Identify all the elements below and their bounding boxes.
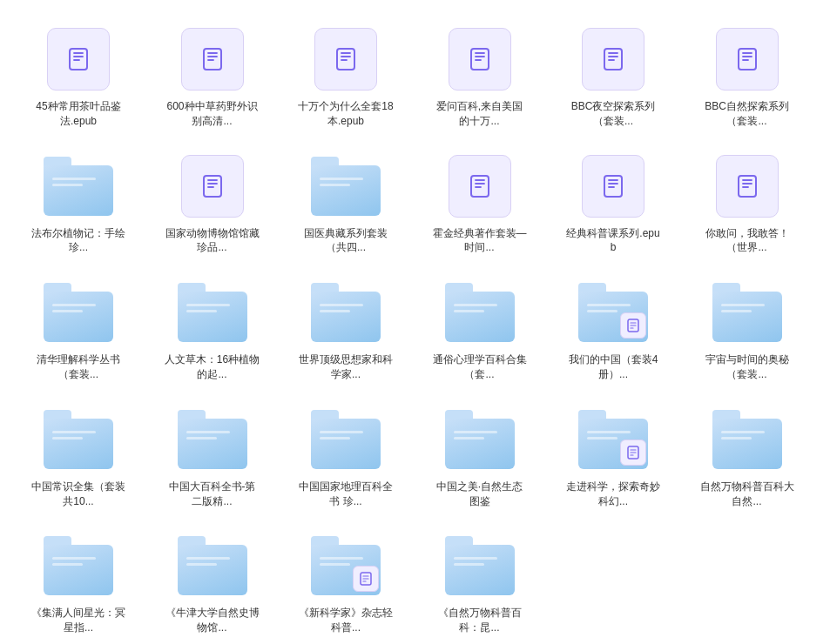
folder-icon (578, 410, 648, 469)
grid-item[interactable]: 宇宙与时间的奥秘（套装... (686, 271, 808, 389)
grid-item[interactable]: 经典科普课系列.epub (552, 144, 674, 263)
icon-container (44, 278, 113, 347)
folder-icon (178, 536, 247, 595)
grid-item[interactable]: 国家动物博物馆馆藏珍品... (152, 144, 273, 263)
icon-container (44, 405, 113, 474)
grid-item[interactable]: 走进科学，探索奇妙科幻... (552, 398, 674, 516)
item-label: 中国国家地理百科全书 珍... (298, 480, 394, 509)
grid-item[interactable]: 《自然万物科普百科：昆... (419, 524, 541, 642)
folder-icon (178, 283, 247, 342)
book-badge-icon (620, 312, 646, 339)
folder-icon (44, 283, 113, 342)
icon-container (44, 24, 113, 94)
item-label: 十万个为什么全套18本.epub (298, 99, 394, 129)
icon-container (578, 151, 648, 221)
grid-item[interactable]: 国医典藏系列套装（共四... (285, 144, 407, 263)
grid-item[interactable]: BBC夜空探索系列（套装... (552, 17, 674, 136)
icon-container (445, 278, 515, 347)
icon-container (578, 405, 648, 474)
book-icon (716, 155, 779, 218)
icon-container (178, 24, 247, 94)
file-grid: 45种常用茶叶品鉴法.epub 600种中草药野外识别高清... 十万个为什么全… (17, 17, 813, 642)
folder-icon (311, 536, 381, 595)
grid-item[interactable]: 600种中草药野外识别高清... (152, 17, 273, 136)
icon-container (712, 405, 782, 474)
grid-item[interactable]: 通俗心理学百科合集（套... (419, 271, 541, 389)
folder-icon (311, 410, 381, 469)
item-label: 清华理解科学丛书（套装... (30, 352, 126, 382)
item-label: 我们的中国（套装4册）... (565, 352, 661, 382)
icon-container (178, 531, 247, 600)
folder-icon (44, 157, 113, 216)
grid-item[interactable]: 《新科学家》杂志轻科普... (285, 524, 407, 642)
item-label: 600种中草药野外识别高清... (165, 99, 260, 129)
item-label: 中国常识全集（套装共10... (30, 480, 126, 509)
grid-item[interactable]: 清华理解科学丛书（套装... (17, 271, 139, 389)
folder-icon (311, 157, 381, 216)
folder-icon (44, 410, 113, 469)
icon-container (712, 278, 782, 347)
book-icon (582, 155, 644, 218)
item-label: 《自然万物科普百科：昆... (432, 606, 528, 635)
grid-item[interactable]: 霍金经典著作套装—时间... (419, 144, 541, 263)
icon-container (44, 151, 113, 221)
item-label: 中国之美·自然生态图鉴 (432, 480, 528, 509)
grid-item[interactable]: BBC自然探索系列（套装... (686, 17, 808, 136)
svg-rect-16 (604, 49, 622, 70)
grid-item[interactable]: 中国常识全集（套装共10... (17, 398, 139, 516)
item-label: 国家动物博物馆馆藏珍品... (165, 226, 260, 256)
item-label: 国医典藏系列套装（共四... (298, 226, 394, 256)
grid-item[interactable]: 人文草木：16种植物的起... (152, 271, 273, 389)
svg-rect-20 (739, 49, 756, 70)
icon-container (311, 24, 381, 94)
grid-item[interactable]: 你敢问，我敢答！（世界... (686, 144, 808, 263)
grid-item[interactable]: 爱问百科,来自美国的十万... (419, 17, 541, 136)
icon-container (712, 151, 782, 221)
item-label: 人文草木：16种植物的起... (165, 352, 260, 382)
grid-item[interactable]: 十万个为什么全套18本.epub (285, 17, 407, 136)
grid-item[interactable]: 《集满人间星光：冥星指... (17, 524, 139, 642)
icon-container (178, 405, 247, 474)
item-label: 霍金经典著作套装—时间... (432, 226, 528, 256)
icon-container (578, 278, 648, 347)
item-label: 通俗心理学百科合集（套... (432, 352, 528, 382)
item-label: 世界顶级思想家和科学家... (298, 352, 394, 382)
svg-rect-12 (471, 49, 489, 70)
folder-icon (44, 536, 113, 595)
icon-container (178, 151, 247, 221)
icon-container (311, 278, 381, 347)
book-icon (449, 28, 511, 91)
book-icon (449, 155, 511, 218)
svg-rect-0 (70, 49, 87, 70)
icon-container (311, 405, 381, 474)
item-label: 中国大百科全书-第二版精... (165, 480, 260, 509)
folder-icon (712, 283, 782, 342)
grid-item[interactable]: 自然万物科普百科大自然... (686, 398, 808, 516)
folder-icon (445, 283, 515, 342)
item-label: 宇宙与时间的奥秘（套装... (699, 352, 795, 382)
grid-item[interactable]: 我们的中国（套装4册）... (552, 271, 674, 389)
svg-rect-32 (604, 176, 622, 197)
grid-item[interactable]: 《牛津大学自然史博物馆... (152, 524, 273, 642)
grid-item[interactable]: 法布尔植物记：手绘珍... (17, 144, 139, 263)
book-icon (181, 28, 244, 91)
grid-item[interactable]: 中国之美·自然生态图鉴 (419, 398, 541, 516)
grid-item[interactable]: 世界顶级思想家和科学家... (285, 271, 407, 389)
item-label: 经典科普课系列.epub (565, 226, 661, 256)
icon-container (445, 151, 515, 221)
book-icon (716, 28, 779, 91)
book-icon (181, 155, 244, 218)
item-label: 你敢问，我敢答！（世界... (699, 226, 795, 256)
icon-container (445, 24, 515, 94)
book-icon (314, 28, 377, 91)
folder-icon (712, 410, 782, 469)
svg-rect-4 (204, 49, 221, 70)
svg-rect-28 (471, 176, 489, 197)
grid-item[interactable]: 45种常用茶叶品鉴法.epub (17, 17, 139, 136)
grid-item[interactable]: 中国大百科全书-第二版精... (152, 398, 273, 516)
item-label: 《新科学家》杂志轻科普... (298, 606, 394, 635)
icon-container (445, 405, 515, 474)
grid-item[interactable]: 中国国家地理百科全书 珍... (285, 398, 407, 516)
folder-icon (178, 410, 247, 469)
item-label: BBC自然探索系列（套装... (699, 99, 795, 129)
